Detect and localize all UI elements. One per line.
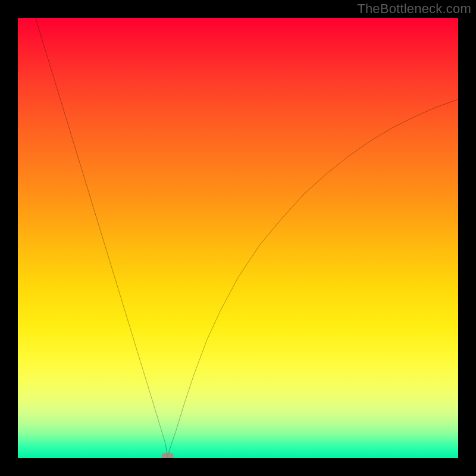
watermark-text: TheBottleneck.com [357, 1, 471, 17]
chart-frame: TheBottleneck.com [0, 0, 476, 476]
plot-area [18, 18, 458, 458]
min-marker [161, 452, 174, 458]
curve-path [36, 18, 458, 457]
chart-svg [18, 18, 458, 458]
